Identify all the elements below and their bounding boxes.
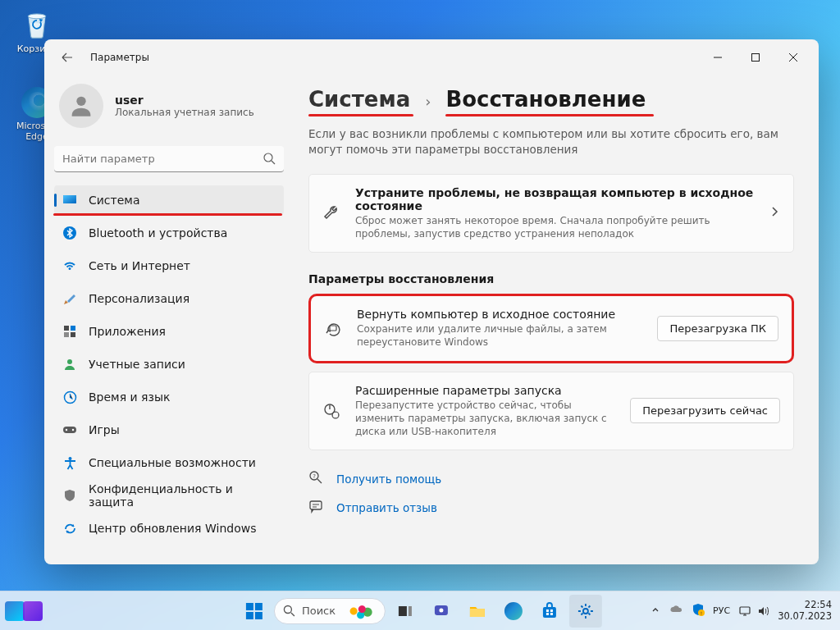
card-title: Устраните проблемы, не возвращая компьют…	[355, 186, 754, 212]
security-icon[interactable]: !	[692, 603, 705, 619]
card-title: Расширенные параметры запуска	[355, 384, 615, 397]
svg-text:!: !	[701, 610, 702, 616]
reset-pc-button[interactable]: Перезагрузка ПК	[657, 316, 778, 341]
card-subtitle: Перезапустите устройство сейчас, чтобы и…	[355, 399, 615, 439]
feedback-icon	[308, 499, 325, 516]
svg-point-27	[284, 606, 291, 614]
onedrive-icon[interactable]	[669, 602, 683, 619]
profile-name: user	[115, 94, 254, 107]
taskbar: Поиск ! РУС 22:54 30.07.2023	[0, 591, 840, 630]
restart-now-button[interactable]: Перезагрузить сейчас	[630, 398, 780, 423]
start-button[interactable]	[238, 595, 271, 628]
chat-button[interactable]	[425, 595, 458, 628]
nav-label: Приложения	[89, 325, 166, 338]
power-gear-icon	[322, 402, 340, 420]
svg-rect-22	[310, 501, 322, 509]
nav-item-bluetooth[interactable]: Bluetooth и устройства	[54, 218, 284, 248]
wifi-icon	[62, 258, 77, 273]
help-link[interactable]: Получить помощь	[336, 472, 441, 486]
apps-icon	[62, 324, 77, 339]
widgets-button[interactable]	[5, 601, 43, 621]
chevron-right-icon	[769, 205, 780, 221]
nav-item-time-language[interactable]: Время и язык	[54, 382, 284, 412]
nav-item-system[interactable]: Система	[54, 185, 284, 215]
breadcrumb-current: Восстановление	[445, 87, 646, 112]
gamepad-icon	[62, 422, 77, 437]
svg-rect-10	[71, 332, 75, 337]
explorer-button[interactable]	[461, 595, 494, 628]
edge-button[interactable]	[497, 595, 530, 628]
recycle-bin-icon	[20, 7, 54, 41]
task-view-button[interactable]	[389, 595, 422, 628]
maximize-button[interactable]	[737, 44, 774, 71]
nav-item-personalization[interactable]: Персонализация	[54, 284, 284, 313]
svg-rect-8	[71, 326, 75, 331]
nav-label: Время и язык	[89, 390, 170, 404]
svg-rect-5	[63, 195, 76, 203]
bluetooth-icon	[62, 226, 77, 240]
taskbar-search[interactable]: Поиск	[274, 598, 386, 624]
settings-button[interactable]	[569, 595, 602, 628]
nav-label: Персонализация	[89, 292, 189, 305]
card-subtitle: Сохраните или удалите личные файлы, а за…	[357, 322, 642, 349]
breadcrumb-parent[interactable]: Система	[308, 87, 410, 112]
advanced-startup-card: Расширенные параметры запуска Перезапуст…	[308, 372, 794, 451]
svg-rect-1	[752, 54, 760, 62]
nav-item-accessibility[interactable]: Специальные возможности	[54, 448, 284, 477]
search-box[interactable]	[54, 146, 284, 172]
profile-block[interactable]: user Локальная учетная запись	[54, 75, 284, 143]
person-icon	[62, 357, 77, 372]
troubleshoot-card[interactable]: Устраните проблемы, не возвращая компьют…	[308, 174, 794, 253]
search-input[interactable]	[54, 146, 284, 172]
nav-item-network[interactable]: Сеть и Интернет	[54, 251, 284, 281]
card-subtitle: Сброс может занять некоторое время. Снач…	[355, 214, 754, 240]
svg-rect-32	[543, 607, 556, 618]
update-icon	[62, 521, 77, 536]
feedback-link[interactable]: Отправить отзыв	[336, 501, 437, 514]
system-tray[interactable]: ! РУС 22:54 30.07.2023	[651, 600, 840, 621]
volume-icon	[756, 605, 769, 618]
reset-pc-card: Вернуть компьютер в исходное состояние С…	[308, 294, 794, 363]
help-link-row[interactable]: ? Получить помощь	[308, 470, 794, 487]
shield-icon	[62, 488, 77, 503]
breadcrumb: Система › Восстановление	[308, 87, 794, 112]
svg-point-19	[332, 412, 339, 418]
page-description: Если у вас возникли проблемы с компьютер…	[308, 126, 794, 158]
svg-point-3	[264, 153, 272, 162]
titlebar: Параметры	[44, 39, 819, 75]
avatar-icon	[59, 84, 103, 128]
nav-item-privacy[interactable]: Конфиденциальность и защита	[54, 481, 284, 510]
svg-point-31	[440, 608, 444, 612]
back-button[interactable]	[51, 43, 84, 72]
profile-subtitle: Локальная учетная запись	[115, 107, 254, 118]
nav-item-gaming[interactable]: Игры	[54, 415, 284, 445]
svg-rect-9	[64, 332, 69, 337]
system-icon	[62, 193, 77, 208]
tray-chevron-icon[interactable]	[651, 605, 660, 617]
svg-point-11	[67, 359, 72, 364]
globe-clock-icon	[62, 390, 77, 404]
nav-item-apps[interactable]: Приложения	[54, 317, 284, 346]
feedback-link-row[interactable]: Отправить отзыв	[308, 499, 794, 516]
nav-item-windows-update[interactable]: Центр обновления Windows	[54, 514, 284, 543]
svg-point-2	[76, 97, 85, 106]
window-title: Параметры	[90, 52, 149, 63]
svg-rect-23	[246, 603, 253, 610]
svg-rect-25	[246, 612, 253, 619]
network-volume-group[interactable]	[738, 605, 769, 618]
nav-item-accounts[interactable]: Учетные записи	[54, 349, 284, 379]
minimize-button[interactable]	[699, 44, 737, 71]
nav-label: Система	[89, 194, 139, 207]
svg-rect-28	[399, 606, 407, 616]
language-indicator[interactable]: РУС	[713, 605, 730, 616]
svg-rect-40	[740, 607, 750, 614]
svg-rect-13	[63, 427, 76, 433]
card-title: Вернуть компьютер в исходное состояние	[357, 308, 642, 321]
close-button[interactable]	[774, 44, 812, 71]
search-highlight-icon	[345, 601, 373, 621]
svg-rect-29	[409, 606, 412, 616]
store-button[interactable]	[533, 595, 566, 628]
clock[interactable]: 22:54 30.07.2023	[778, 600, 832, 621]
nav-label: Центр обновления Windows	[89, 522, 256, 535]
svg-rect-34	[550, 609, 553, 612]
